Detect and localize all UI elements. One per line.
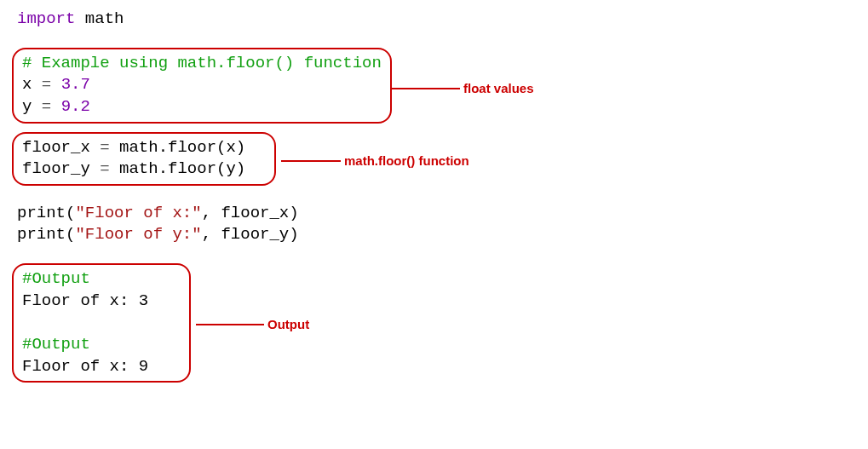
output-line-2: Floor of x: 9 [22,357,148,376]
print-open: print( [17,225,75,244]
annotation-label: math.floor() function [344,153,469,170]
code-line-print-y: print("Floor of y:", floor_y) [17,224,851,246]
connector-line [281,160,341,162]
num-3-7: 3.7 [61,75,90,94]
code-line-print-x: print("Floor of x:", floor_x) [17,203,851,225]
var-y: y [22,97,42,116]
floor-y-lhs: floor_y [22,159,100,178]
block-math-floor: floor_x = math.floor(x) floor_y = math.f… [17,132,851,186]
assign-op: = [100,159,109,178]
floor-x-lhs: floor_x [22,138,100,157]
var-x: x [22,75,42,94]
comment-output-1: #Output [22,269,90,288]
comment-output-2: #Output [22,335,90,354]
block-output: #Output Floor of x: 3 #Output Floor of x… [17,263,851,383]
code-line-import: import math [17,9,851,31]
num-9-2: 9.2 [61,97,90,116]
floor-x-rhs: math.floor(x) [110,138,246,157]
print-close: , floor_x) [202,204,299,222]
assign-op: = [42,75,51,94]
annotation-float-values: float values [392,80,534,97]
space [51,75,60,94]
assign-op: = [42,97,51,116]
annotation-label: Output [267,316,309,333]
output-line-1: Floor of x: 3 [22,291,148,310]
annotation-output: Output [196,316,309,333]
module-name: math [85,9,124,28]
annotation-label: float values [463,80,534,97]
assign-op: = [100,138,109,157]
connector-line [196,324,264,325]
floor-y-rhs: math.floor(y) [110,159,246,178]
print-open: print( [17,204,75,222]
annotation-math-floor: math.floor() function [281,153,469,170]
block-float-values: # Example using math.floor() function x … [17,48,851,124]
string-floor-y: "Floor of y:" [75,225,201,244]
space [51,97,60,116]
string-floor-x: "Floor of x:" [75,204,201,222]
keyword-import: import [17,9,75,28]
comment-example: # Example using math.floor() function [22,54,382,72]
print-close: , floor_y) [202,225,299,244]
connector-line [392,88,460,89]
